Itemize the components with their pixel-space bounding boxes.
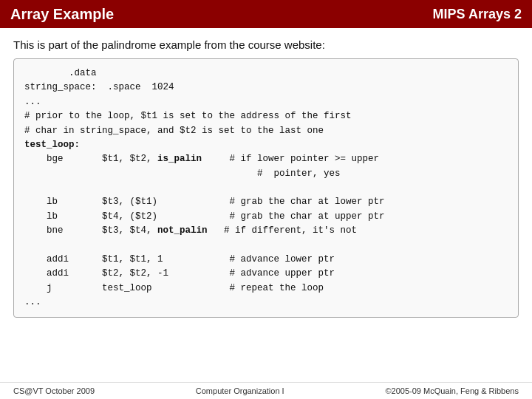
footer-center: Computer Organization I bbox=[196, 386, 284, 395]
footer-left: CS@VT October 2009 bbox=[13, 386, 95, 395]
code-block: .data string_space: .space 1024 ... # pr… bbox=[13, 58, 519, 318]
subtitle: This is part of the palindrome example f… bbox=[13, 38, 519, 51]
footer: CS@VT October 2009 Computer Organization… bbox=[0, 382, 532, 399]
header: Array Example MIPS Arrays 2 bbox=[0, 0, 532, 28]
header-right: MIPS Arrays 2 bbox=[433, 7, 522, 22]
page-title: Array Example bbox=[10, 6, 114, 23]
code-text: .data string_space: .space 1024 ... # pr… bbox=[24, 66, 508, 310]
footer-right: ©2005-09 McQuain, Feng & Ribbens bbox=[385, 386, 519, 395]
main-content: This is part of the palindrome example f… bbox=[0, 28, 532, 325]
